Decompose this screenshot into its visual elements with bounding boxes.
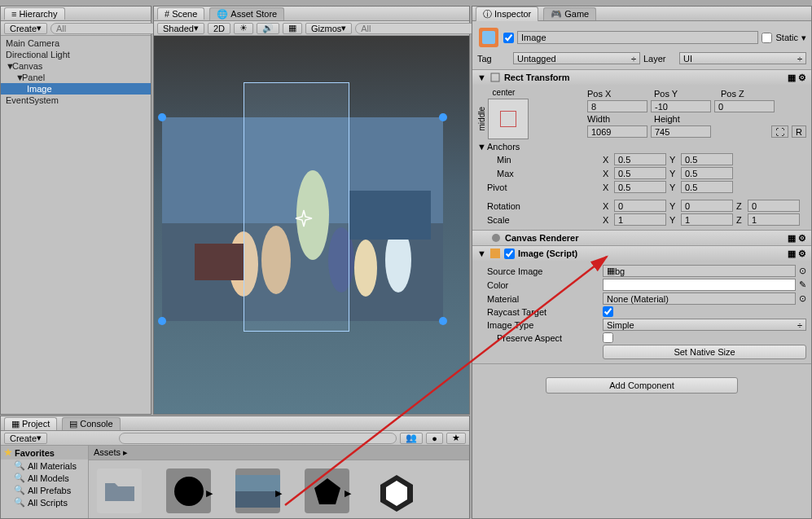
object-picker-icon[interactable]: ⊙ [799, 293, 806, 304]
raycast-checkbox[interactable] [603, 306, 613, 317]
rect-transform-header[interactable]: ▼ Rect Transform ▦ ⚙ [472, 70, 811, 85]
favorites-header[interactable]: ★Favorites [1, 446, 88, 460]
max-label: Max [477, 169, 599, 178]
resize-handle[interactable] [158, 317, 166, 325]
scale-x[interactable] [614, 213, 666, 226]
hierarchy-item[interactable]: ▼Canvas [1, 60, 151, 72]
gameobject-name-input[interactable] [517, 31, 758, 44]
console-tab[interactable]: ▤ Console [62, 417, 120, 430]
create-button[interactable]: Create ▾ [4, 23, 47, 34]
hierarchy-item[interactable]: EventSystem [1, 95, 151, 106]
inspector-header: ⓘ Inspector 🎮 Game [472, 7, 811, 21]
hierarchy-tab-label: Hierarchy [19, 9, 57, 19]
assetstore-tab[interactable]: 🌐 Asset Store [209, 7, 284, 20]
rot-y[interactable] [681, 200, 733, 212]
lighting-toggle[interactable]: ☀ [234, 23, 253, 34]
svg-point-13 [492, 234, 500, 242]
height-input[interactable] [651, 125, 711, 138]
anchor-max-x[interactable] [614, 167, 666, 179]
min-label: Min [477, 155, 599, 165]
static-checkbox[interactable] [762, 33, 772, 43]
fx-toggle[interactable]: ▦ [283, 23, 302, 34]
canvas-renderer-icon [490, 232, 502, 244]
hierarchy-item[interactable]: Main Camera [1, 37, 151, 49]
asset-scene[interactable] [374, 468, 419, 513]
hierarchy-item[interactable]: ▼Panel [1, 72, 151, 83]
color-field[interactable] [603, 279, 796, 291]
asset-sprite[interactable]: ▶ [166, 468, 211, 513]
favorite-item[interactable]: 🔍All Prefabs [1, 484, 88, 496]
gizmos-dropdown[interactable]: Gizmos ▾ [305, 23, 352, 34]
posx-input[interactable] [587, 100, 647, 112]
project-panel: ▦ Project ▤ Console Create ▾ 👥 ● ★ ★Favo… [0, 416, 470, 519]
pivot-x[interactable] [614, 181, 666, 193]
anchor-min-y[interactable] [681, 153, 733, 165]
svg-rect-12 [491, 73, 499, 81]
project-create-button[interactable]: Create ▾ [4, 433, 47, 444]
image-type-dropdown[interactable]: Simple÷ [603, 319, 806, 331]
resize-handle[interactable] [439, 317, 447, 325]
hierarchy-item-selected[interactable]: Image [1, 83, 151, 95]
material-field[interactable]: None (Material) [603, 292, 796, 305]
rot-z[interactable] [748, 200, 800, 212]
scale-z[interactable] [748, 213, 800, 226]
image-header[interactable]: ▼ Image (Script) ▦ ⚙ [472, 246, 811, 261]
rect-transform-component: ▼ Rect Transform ▦ ⚙ center middle Pos X… [472, 70, 811, 231]
selection-rect[interactable] [244, 82, 349, 332]
width-input[interactable] [587, 125, 647, 138]
anchor-max-y[interactable] [681, 167, 733, 179]
set-native-size-button[interactable]: Set Native Size [603, 345, 806, 359]
game-tab[interactable]: 🎮 Game [543, 7, 596, 20]
image-enabled-checkbox[interactable] [504, 249, 515, 259]
resize-handle[interactable] [158, 113, 166, 121]
raw-edit-button[interactable]: R [792, 125, 806, 138]
pivot-y[interactable] [681, 181, 733, 193]
source-image-field[interactable]: ▦ bg [603, 265, 796, 277]
favorite-item[interactable]: 🔍All Scripts [1, 496, 88, 508]
svg-point-6 [354, 240, 377, 297]
anchor-min-x[interactable] [614, 153, 666, 165]
posy-input[interactable] [651, 100, 711, 112]
scene-search[interactable] [355, 23, 479, 34]
object-picker-icon[interactable]: ⊙ [799, 266, 806, 276]
rot-x[interactable] [614, 200, 666, 212]
2d-toggle[interactable]: 2D [208, 23, 230, 34]
active-checkbox[interactable] [503, 33, 514, 43]
posz-input[interactable] [714, 100, 775, 112]
tag-dropdown[interactable]: Untagged÷ [513, 52, 640, 64]
scene-view[interactable] [154, 36, 469, 414]
hierarchy-tree: Main Camera Directional Light ▼Canvas ▼P… [1, 36, 151, 108]
svg-rect-11 [482, 31, 495, 44]
favorite-item[interactable]: 🔍All Materials [1, 460, 88, 472]
eyedropper-icon[interactable]: ✎ [799, 279, 806, 290]
search-save-button[interactable]: ★ [446, 433, 466, 444]
asset-texture-bg[interactable]: ▶ [235, 468, 280, 513]
blueprint-button[interactable]: ⛶ [771, 125, 788, 138]
add-component-button[interactable]: Add Component [546, 377, 738, 394]
canvas-renderer-header[interactable]: Canvas Renderer ▦ ⚙ [472, 231, 811, 245]
asset-folder[interactable] [97, 468, 142, 513]
scale-y[interactable] [681, 213, 733, 226]
image-type-label: Image Type [477, 320, 599, 330]
audio-toggle[interactable]: 🔊 [257, 23, 279, 34]
search-type-button[interactable]: ● [426, 433, 443, 444]
layer-dropdown[interactable]: UI÷ [679, 52, 806, 64]
scene-tab[interactable]: # Scene [157, 7, 204, 20]
resize-handle[interactable] [439, 113, 447, 121]
posy-label: Pos Y [654, 89, 718, 99]
project-search[interactable] [119, 433, 397, 444]
polygon-sprite-icon [311, 475, 344, 508]
inspector-tab[interactable]: ⓘ Inspector [476, 7, 538, 21]
project-tab[interactable]: ▦ Project [4, 417, 57, 430]
favorite-item[interactable]: 🔍All Models [1, 472, 88, 484]
search-filter-button[interactable]: 👥 [400, 433, 423, 444]
asset-sprite[interactable]: ▶ [305, 468, 349, 513]
hierarchy-item[interactable]: Directional Light [1, 49, 151, 60]
source-image-label: Source Image [477, 266, 599, 276]
preserve-aspect-checkbox[interactable] [603, 332, 613, 343]
hierarchy-tab[interactable]: ≡ Hierarchy [4, 7, 65, 20]
anchor-preset-button[interactable] [488, 99, 529, 139]
project-breadcrumb[interactable]: Assets ▸ [89, 446, 469, 460]
shading-dropdown[interactable]: Shaded ▾ [157, 23, 204, 34]
center-gizmo-icon[interactable] [294, 209, 314, 228]
